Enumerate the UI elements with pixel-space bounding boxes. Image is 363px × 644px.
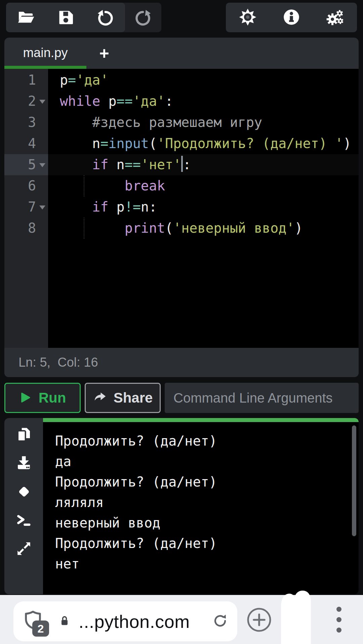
editor-row-2: 2while p=='да':: [4, 91, 359, 112]
plus-circle-icon: [246, 629, 272, 634]
touch-pointer-overlay: [280, 590, 312, 644]
fold-arrow-icon[interactable]: [39, 205, 45, 210]
fold-arrow-icon[interactable]: [39, 100, 45, 104]
copy-icon: [15, 426, 32, 444]
kebab-menu-icon: [336, 607, 341, 612]
command-line-arguments-input[interactable]: [165, 383, 359, 413]
code-line-2[interactable]: while p=='да':: [48, 91, 359, 112]
download-icon: [15, 455, 32, 472]
info-icon: [282, 8, 300, 27]
lock-icon: [58, 622, 71, 628]
line-number-5: 5: [4, 154, 48, 175]
editor-row-3: 3 #здесь размешаем игру: [4, 112, 359, 133]
gears-icon: [326, 8, 344, 27]
brightness-sun-icon: [239, 8, 257, 27]
line-number-6: 6: [4, 175, 48, 196]
share-button[interactable]: Share: [85, 383, 161, 413]
editor-row-7: 7 if p!=n:: [4, 196, 359, 218]
copy-output-button[interactable]: [15, 426, 33, 444]
output-panel: Продолжить? (да/нет)даПродолжить? (да/не…: [4, 418, 359, 594]
folder-open-icon: [17, 8, 35, 27]
line-number-1: 1: [4, 70, 48, 91]
line-number-2: 2: [4, 91, 48, 112]
console-output: Продолжить? (да/нет)даПродолжить? (да/не…: [43, 422, 359, 594]
code-editor[interactable]: 1p='да'2while p=='да':3 #здесь размешаем…: [4, 69, 359, 348]
line-number-8: 8: [4, 218, 48, 239]
expand-console-button[interactable]: [15, 540, 33, 558]
save-button[interactable]: [53, 5, 78, 30]
refresh-button[interactable]: [212, 613, 228, 630]
url-text[interactable]: ...python.com: [79, 611, 190, 632]
console-output-line: Продолжить? (да/нет): [55, 533, 352, 554]
secure-lock: [58, 615, 71, 628]
console-output-line: да: [55, 451, 352, 472]
tab-label: main.py: [23, 46, 68, 60]
open-file-button[interactable]: [13, 5, 38, 30]
info-button[interactable]: [279, 5, 304, 30]
editor-statusbar: Ln: 5, Col: 16: [4, 348, 359, 377]
new-tab-browser-button[interactable]: [246, 607, 272, 633]
redo-button[interactable]: [131, 5, 156, 30]
refresh-icon: [212, 625, 228, 630]
line-number-7: 7: [4, 196, 48, 218]
editor-tabbar: main.py +: [4, 38, 359, 69]
redo-icon: [134, 8, 152, 27]
undo-button[interactable]: [93, 5, 118, 30]
browser-menu-button[interactable]: [333, 604, 345, 635]
line-number-4: 4: [4, 133, 48, 154]
tracking-shield[interactable]: 2: [23, 610, 45, 633]
code-line-5[interactable]: if n=='нет':: [48, 154, 359, 175]
clear-output-button[interactable]: [15, 483, 33, 501]
code-line-8[interactable]: print('неверный ввод'): [48, 218, 359, 239]
shield-counter-badge: 2: [32, 620, 49, 637]
browser-bottom-bar: 2 ...python.com: [0, 595, 363, 644]
tab-main-py[interactable]: main.py: [4, 38, 86, 69]
code-line-4[interactable]: n=input('Продолжить? (да/нет) '): [48, 133, 359, 154]
line-number-3: 3: [4, 112, 48, 133]
share-arrow-icon: [93, 391, 107, 405]
terminal-prompt-icon: [15, 512, 32, 530]
undo-icon: [96, 8, 114, 27]
play-icon: [19, 392, 31, 405]
code-line-6[interactable]: break: [48, 175, 359, 196]
indent-guide: [84, 175, 84, 196]
toolbar-file-actions-segment: [6, 3, 125, 32]
download-output-button[interactable]: [15, 455, 33, 472]
console-output-line: нет: [55, 554, 352, 574]
console-scrollbar[interactable]: [352, 425, 356, 536]
console-top-accent: [43, 418, 359, 422]
editor-row-4: 4 n=input('Продолжить? (да/нет) '): [4, 133, 359, 154]
address-bar[interactable]: 2 ...python.com: [13, 601, 237, 641]
editor-row-1: 1p='да': [4, 70, 359, 91]
toolbar-app-actions: [226, 3, 357, 32]
indent-guide: [84, 218, 84, 239]
code-line-7[interactable]: if p!=n:: [48, 196, 359, 218]
editor-row-5: 5 if n=='нет':: [4, 154, 359, 175]
console-output-line: неверный ввод: [55, 513, 352, 533]
console-output-line: Продолжить? (да/нет): [55, 472, 352, 492]
cursor-position-label: Ln: 5, Col: 16: [18, 348, 98, 377]
run-button-label: Run: [39, 390, 66, 406]
code-line-1[interactable]: p='да': [48, 70, 359, 91]
active-tab-underline: [4, 66, 86, 69]
code-line-3[interactable]: #здесь размешаем игру: [48, 112, 359, 133]
settings-button[interactable]: [323, 5, 348, 30]
console-output-line: ляляля: [55, 492, 352, 513]
console-output-line: Продолжить? (да/нет): [55, 431, 352, 451]
editor-row-6: 6 break: [4, 175, 359, 196]
console-toolbar: [4, 418, 43, 594]
fold-arrow-icon[interactable]: [39, 163, 45, 167]
share-button-label: Share: [114, 390, 153, 406]
save-icon: [56, 8, 75, 27]
run-button[interactable]: Run: [4, 383, 81, 413]
expand-icon: [15, 540, 32, 558]
add-tab-button[interactable]: +: [89, 38, 119, 69]
editor-row-8: 8 print('неверный ввод'): [4, 218, 359, 239]
toolbar-file-actions: [6, 3, 161, 32]
theme-brightness-button[interactable]: [235, 5, 260, 30]
eraser-icon: [15, 483, 32, 501]
interactive-terminal-button[interactable]: [15, 512, 33, 529]
